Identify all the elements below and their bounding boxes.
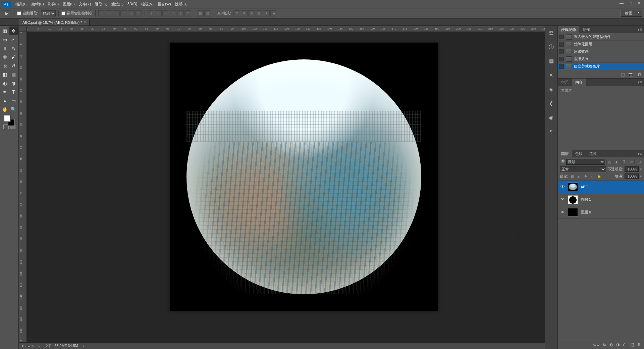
- layer-row[interactable]: 👁ABC: [558, 181, 644, 193]
- history-row[interactable]: 魚眼效果: [558, 55, 644, 63]
- show-transform-checkbox[interactable]: 顯示變形控制項: [61, 11, 93, 16]
- layer-thumb[interactable]: [568, 195, 578, 204]
- shape-tool[interactable]: ▭: [9, 96, 18, 105]
- zoom-flyout-icon[interactable]: ▸: [39, 344, 40, 348]
- new-layer-icon[interactable]: ⬚: [630, 342, 634, 347]
- filter-shape-icon[interactable]: ▱: [629, 159, 635, 164]
- panel-menu-icon[interactable]: ▾≡: [636, 151, 644, 156]
- eraser-tool[interactable]: ◧: [1, 70, 9, 79]
- delete-layer-icon[interactable]: 🗑: [637, 342, 641, 347]
- layer-row[interactable]: 👁圖層 0: [558, 206, 644, 219]
- history-row[interactable]: 點陣化圖層: [558, 41, 644, 48]
- history-check-icon[interactable]: [559, 42, 564, 47]
- stamp-tool[interactable]: ⎘: [1, 61, 9, 70]
- zoom-level[interactable]: 16.67%: [21, 344, 34, 348]
- tab-paths[interactable]: 路徑: [586, 150, 600, 158]
- status-flyout-icon[interactable]: ▸: [83, 344, 85, 348]
- panel-menu-icon[interactable]: ▾≡: [636, 27, 644, 32]
- layer-row[interactable]: 👁橢圓 1: [558, 193, 644, 206]
- menu-item[interactable]: 檢視(V): [139, 0, 156, 8]
- window-minimize[interactable]: —: [618, 1, 625, 6]
- close-icon[interactable]: ×: [84, 20, 86, 24]
- history-trash-icon[interactable]: 🗑: [637, 72, 641, 77]
- layer-thumb[interactable]: [568, 208, 578, 217]
- dock-swatches-icon[interactable]: ▦: [547, 57, 556, 65]
- pen-tool[interactable]: ✒: [1, 88, 9, 96]
- filter-pixel-icon[interactable]: ▥: [606, 159, 612, 164]
- current-tool-indicator[interactable]: ▶: [2, 10, 11, 16]
- ruler-vertical[interactable]: 0510152025303540455055606570758085909510…: [19, 32, 27, 349]
- history-row[interactable]: 魚眼效果: [558, 48, 644, 55]
- dock-adjustments-icon[interactable]: ✕: [547, 71, 556, 80]
- layer-name[interactable]: 橢圓 1: [581, 197, 591, 202]
- visibility-icon[interactable]: 👁: [560, 210, 565, 215]
- marquee-tool[interactable]: ▭: [1, 35, 9, 44]
- dock-libraries-icon[interactable]: ❮: [547, 99, 556, 108]
- tab-channels[interactable]: 色版: [572, 150, 586, 158]
- dock-history-icon[interactable]: ☲: [547, 29, 556, 37]
- lasso-tool[interactable]: ✂: [9, 35, 18, 44]
- move-tool-flyout[interactable]: ▦: [1, 27, 9, 35]
- dock-paragraph-icon[interactable]: ¶: [547, 127, 556, 136]
- layer-thumb[interactable]: [568, 183, 578, 191]
- lock-trans-icon[interactable]: ▦: [570, 174, 575, 179]
- history-check-icon[interactable]: [559, 57, 564, 61]
- panel-menu-icon[interactable]: ▾≡: [636, 80, 644, 85]
- history-brush-tool[interactable]: ↺: [9, 61, 18, 70]
- auto-select-checkbox[interactable]: 自動選取:: [17, 11, 38, 16]
- dodge-tool[interactable]: ◑: [9, 79, 18, 88]
- menu-item[interactable]: 圖層(L): [61, 0, 76, 8]
- layer-name[interactable]: ABC: [581, 185, 588, 189]
- window-close[interactable]: ✕: [635, 1, 643, 6]
- menu-item[interactable]: 濾鏡(T): [109, 0, 125, 8]
- tab-actions[interactable]: 動作: [579, 26, 593, 34]
- type-tool[interactable]: T: [9, 88, 18, 96]
- lock-all-icon[interactable]: 🔒: [596, 174, 602, 179]
- blur-tool[interactable]: ◐: [1, 79, 9, 88]
- layer-mask-icon[interactable]: ◐: [609, 342, 613, 347]
- menu-item[interactable]: 選取(S): [93, 0, 109, 8]
- history-camera-icon[interactable]: 📷: [628, 72, 634, 77]
- layer-name[interactable]: 圖層 0: [581, 210, 591, 215]
- blend-mode-select[interactable]: 正常: [560, 166, 606, 172]
- filter-type-icon[interactable]: T: [621, 159, 627, 164]
- opacity-value[interactable]: 100%: [625, 166, 639, 172]
- healing-tool[interactable]: ✚: [1, 53, 9, 61]
- history-check-icon[interactable]: [559, 35, 564, 39]
- history-row[interactable]: 建立剪裁遮色片: [558, 63, 644, 70]
- menu-item[interactable]: 檔案(F): [13, 0, 30, 8]
- filter-adjust-icon[interactable]: ◐: [614, 159, 620, 164]
- ruler-horizontal[interactable]: 0510152025303540455055606570758085909510…: [27, 26, 545, 32]
- menu-item[interactable]: 說明(H): [173, 0, 190, 8]
- layer-group-icon[interactable]: 🗀: [623, 342, 627, 347]
- eyedropper-tool[interactable]: ✎: [9, 44, 18, 53]
- tab-properties[interactable]: 內容: [572, 79, 586, 86]
- color-swatches[interactable]: [1, 114, 18, 127]
- window-maximize[interactable]: ▢: [627, 1, 634, 6]
- foreground-swatch[interactable]: [4, 115, 11, 122]
- menu-item[interactable]: 文字(Y): [77, 0, 93, 8]
- dock-info-icon[interactable]: ⓘ: [547, 43, 556, 51]
- fill-value[interactable]: 100%: [625, 173, 639, 179]
- ruler-origin[interactable]: [19, 26, 27, 32]
- align-left-icon[interactable]: ⫞: [98, 10, 105, 16]
- brush-tool[interactable]: 🖌: [9, 53, 18, 61]
- layer-filter-select[interactable]: 種類: [566, 159, 605, 165]
- history-check-icon[interactable]: [559, 64, 564, 69]
- document-tab[interactable]: ABC.psd @ 16.7% (ABC, RGB/8#) * ×: [19, 19, 90, 26]
- canvas-area[interactable]: 0510152025303540455055606570758085909510…: [19, 26, 545, 349]
- visibility-icon[interactable]: 👁: [560, 197, 565, 202]
- lock-pos-icon[interactable]: ✥: [583, 174, 588, 179]
- crop-tool[interactable]: ⌗: [1, 44, 9, 53]
- lock-paint-icon[interactable]: 🖌: [576, 174, 582, 179]
- menu-item[interactable]: 影像(I): [46, 0, 61, 8]
- menu-item[interactable]: 編輯(E): [30, 0, 46, 8]
- dock-3d-icon[interactable]: ◈: [547, 85, 556, 94]
- move-tool[interactable]: ✥: [9, 27, 18, 35]
- gradient-tool[interactable]: ▤: [9, 70, 18, 79]
- history-snapshot-icon[interactable]: ⬚: [621, 72, 625, 77]
- tab-character[interactable]: 字元: [558, 79, 572, 86]
- tab-history[interactable]: 步驟記錄: [558, 26, 579, 34]
- menu-item[interactable]: 3D(D): [125, 0, 139, 8]
- layer-fx-icon[interactable]: fx: [603, 342, 606, 347]
